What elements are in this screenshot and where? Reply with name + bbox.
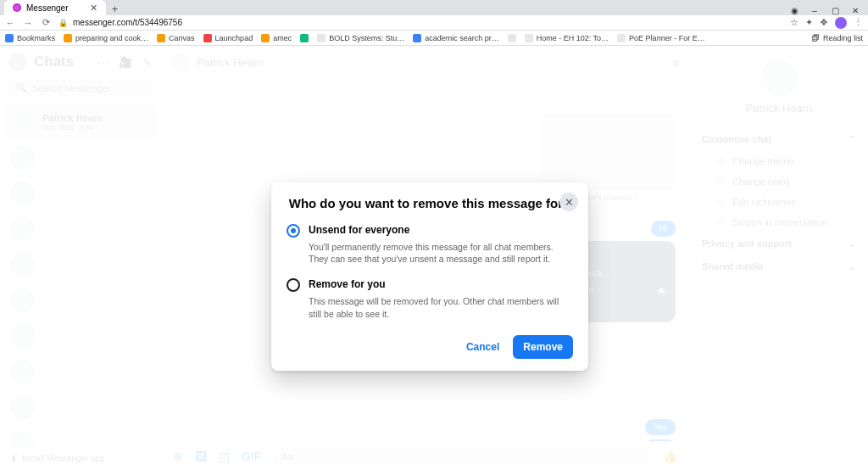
tab-close-icon[interactable]: ✕ bbox=[90, 3, 97, 14]
bookmarks-bar: Bookmarks preparing and cook… Canvas Lau… bbox=[0, 31, 868, 46]
browser-tab[interactable]: Messenger ✕ bbox=[4, 0, 106, 15]
lock-icon: 🔒 bbox=[58, 19, 68, 27]
star-icon[interactable]: ☆ bbox=[790, 17, 798, 28]
chromecast-icon[interactable]: ◉ bbox=[788, 6, 800, 15]
close-icon: ✕ bbox=[565, 196, 574, 209]
profile-avatar[interactable] bbox=[835, 17, 847, 29]
bookmark-item[interactable] bbox=[300, 34, 309, 42]
remove-button[interactable]: Remove bbox=[513, 335, 573, 359]
remove-message-dialog: ✕ Who do you want to remove this message… bbox=[271, 182, 588, 371]
bookmark-item[interactable]: BOLD Systems: Stu… bbox=[317, 34, 404, 42]
option-desc: You'll permanently remove this message f… bbox=[309, 241, 573, 265]
bookmark-item[interactable]: Home - EH 102: To… bbox=[525, 34, 609, 42]
option-title: Unsend for everyone bbox=[309, 224, 573, 236]
option-remove-for-you[interactable]: Remove for you This message will be remo… bbox=[287, 278, 573, 319]
browser-toolbar: ← → ⟳ 🔒 messenger.com/t/534496756 ☆ ✦ ❖ … bbox=[0, 15, 868, 31]
reload-icon[interactable]: ⟳ bbox=[41, 17, 51, 28]
reading-list-button[interactable]: 🗐Reading list bbox=[812, 34, 863, 42]
kebab-menu-icon[interactable]: ⋮ bbox=[854, 17, 863, 28]
url-text: messenger.com/t/534496756 bbox=[73, 18, 182, 27]
bookmark-item[interactable]: Launchpad bbox=[203, 34, 253, 42]
bookmark-item[interactable]: Canvas bbox=[157, 34, 195, 42]
bookmark-item[interactable]: amec bbox=[261, 34, 292, 42]
window-maximize[interactable]: ▢ bbox=[829, 6, 841, 15]
option-unsend-everyone[interactable]: Unsend for everyone You'll permanently r… bbox=[287, 224, 573, 265]
dialog-title: Who do you want to remove this message f… bbox=[287, 196, 573, 210]
new-tab-button[interactable]: + bbox=[106, 3, 123, 15]
bookmark-item[interactable]: academic search pr… bbox=[413, 34, 499, 42]
close-button[interactable]: ✕ bbox=[559, 193, 578, 211]
cancel-button[interactable]: Cancel bbox=[458, 335, 508, 359]
option-title: Remove for you bbox=[309, 278, 573, 290]
forward-icon[interactable]: → bbox=[23, 18, 33, 28]
option-desc: This message will be removed for you. Ot… bbox=[309, 295, 573, 319]
bookmark-item[interactable]: PoE Planner - For E… bbox=[617, 34, 705, 42]
address-bar[interactable]: 🔒 messenger.com/t/534496756 bbox=[58, 18, 782, 27]
browser-tabstrip: Messenger ✕ + ◉ – ▢ ✕ bbox=[0, 0, 868, 15]
radio-selected[interactable] bbox=[287, 224, 300, 238]
extensions-icon[interactable]: ✦ bbox=[805, 17, 813, 28]
bookmark-item[interactable] bbox=[508, 34, 516, 42]
bookmark-item[interactable]: Bookmarks bbox=[5, 34, 55, 42]
messenger-favicon bbox=[13, 3, 21, 12]
window-minimize[interactable]: – bbox=[809, 6, 821, 15]
puzzle-icon[interactable]: ❖ bbox=[820, 17, 828, 28]
bookmark-item[interactable]: preparing and cook… bbox=[64, 34, 148, 42]
tab-title: Messenger bbox=[26, 3, 68, 13]
window-close[interactable]: ✕ bbox=[849, 6, 861, 15]
back-icon[interactable]: ← bbox=[5, 18, 15, 28]
radio-unselected[interactable] bbox=[287, 278, 300, 292]
